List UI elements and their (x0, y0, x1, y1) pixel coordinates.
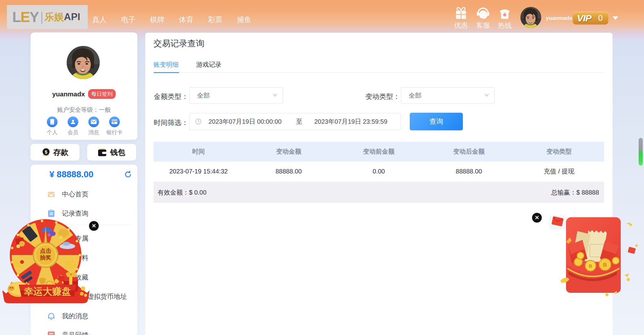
svg-text:B: B (589, 263, 592, 269)
svg-text:B: B (603, 262, 607, 268)
svg-text:幸运大赚盘: 幸运大赚盘 (24, 286, 71, 297)
svg-text:$: $ (45, 149, 47, 155)
svg-text:点击: 点击 (40, 248, 51, 254)
svg-text:抽奖: 抽奖 (40, 254, 51, 261)
